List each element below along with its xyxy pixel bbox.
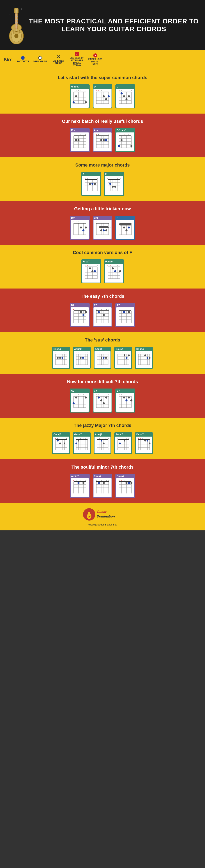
svg-point-490 <box>119 442 121 444</box>
chords-row-trickier: Dm x x o <box>4 216 201 240</box>
svg-text:o: o <box>66 438 67 439</box>
svg-text:o: o <box>121 308 122 310</box>
svg-point-151 <box>109 183 111 185</box>
open-string-icon <box>38 56 42 60</box>
svg-text:x: x <box>76 352 77 353</box>
svg-point-253 <box>85 311 87 313</box>
chords-row-easy-7th: D7 x x o <box>4 303 201 327</box>
section-trickier-title: Getting a little trickier now <box>4 206 201 212</box>
section-super-common: Let's start with the super common chords… <box>0 70 205 114</box>
svg-text:x: x <box>98 90 99 92</box>
svg-text:o: o <box>86 133 87 135</box>
chord-name-dmaj7: Dmaj7 <box>136 433 152 436</box>
chord-name-cmaj7: Cmaj7 <box>53 433 69 436</box>
chord-name-asus4: Asus4 <box>95 348 110 350</box>
svg-point-441 <box>64 442 65 444</box>
section-really-useful-title: Our next batch of really useful chords <box>4 119 201 124</box>
chord-name-am: Am <box>94 129 111 132</box>
section-really-useful: Our next batch of really useful chords E… <box>0 114 205 157</box>
svg-text:o: o <box>80 479 81 481</box>
svg-point-559 <box>130 482 132 484</box>
svg-text:o: o <box>108 133 109 135</box>
chord-name-a7: A7 <box>116 304 134 307</box>
svg-point-9 <box>14 34 19 38</box>
svg-point-31 <box>73 101 75 103</box>
svg-text:o: o <box>108 308 109 310</box>
chord-name-dsus4: Dsus4 <box>136 348 152 350</box>
chords-row-sus: Esus4 o o o <box>4 347 201 369</box>
svg-text:x: x <box>96 394 97 396</box>
svg-point-353 <box>124 354 125 356</box>
svg-text:x: x <box>85 177 86 179</box>
svg-text:x: x <box>138 438 139 439</box>
svg-point-337 <box>103 357 105 359</box>
svg-point-235 <box>114 270 116 272</box>
chords-row-jazzy: Cmaj7 x o o <box>4 432 201 454</box>
chord-grid-asus2: x o o o <box>74 351 90 368</box>
chord-name-bm: Bm <box>94 216 111 219</box>
svg-point-32 <box>75 95 77 97</box>
chord-grid-am: x o o <box>94 132 111 151</box>
section-difficult-7th: Now for more difficult 7th chords G7 <box>0 374 205 418</box>
svg-text:o: o <box>80 133 81 135</box>
svg-point-234 <box>112 267 114 270</box>
svg-point-525 <box>82 482 84 484</box>
section-super-common-title: Let's start with the super common chords <box>4 75 201 80</box>
svg-text:o: o <box>96 479 97 481</box>
chord-card-emaj7: Emaj7 o o o <box>114 432 132 454</box>
svg-text:x: x <box>110 265 111 267</box>
key-use-back: ⌐ USE BACK OF 1ST FINGER TO KILL STRING <box>70 52 84 67</box>
chord-grid-emaj7: o o o <box>115 437 131 454</box>
svg-text:o: o <box>98 394 99 396</box>
svg-point-407 <box>105 397 107 399</box>
svg-rect-183 <box>99 226 109 228</box>
svg-point-542 <box>103 482 105 484</box>
chord-name-g-folk: G"folk" <box>71 85 89 88</box>
key-unplayed-string: ✕ UNPLAYED STRING <box>51 54 66 65</box>
chord-name-f: F <box>116 216 134 219</box>
chord-grid-dmin7: x x o <box>116 478 134 497</box>
footer-url: www.guitardomination.net <box>82 523 123 526</box>
svg-text:x: x <box>140 438 141 439</box>
chord-name-dsus2: Dsus2 <box>115 348 131 350</box>
svg-point-404 <box>98 397 100 399</box>
svg-point-336 <box>101 357 102 359</box>
svg-point-170 <box>85 226 87 228</box>
chord-grid-amin7: x o o o <box>71 478 89 497</box>
chords-row-super-common: G"folk" o <box>4 84 201 108</box>
chord-card-e7: E7 o o o o <box>93 303 112 327</box>
svg-point-389 <box>85 397 87 399</box>
chord-name-c7: C7 <box>94 389 111 392</box>
fret-note-icon: ● <box>93 53 97 58</box>
chord-name-e: E <box>105 173 123 176</box>
svg-point-168 <box>80 226 82 228</box>
chord-card-a: A x o o <box>81 172 101 196</box>
svg-text:o: o <box>85 352 86 353</box>
svg-point-66 <box>123 95 125 97</box>
section-sus-chords: The 'sus' chords Esus4 o <box>0 332 205 374</box>
chord-grid-c: x o o <box>116 89 134 107</box>
chord-name-gmaj7: Gmaj7 <box>74 433 90 436</box>
svg-point-217 <box>89 267 91 270</box>
svg-text:o: o <box>82 438 83 439</box>
chord-name-fadd9: Fadd9 <box>105 260 123 263</box>
footer-logo: Guitar Domination www.guitardomination.n… <box>82 507 123 526</box>
chord-grid-emin7: o o o o <box>94 478 111 497</box>
svg-point-117 <box>118 145 120 147</box>
chord-card-fmaj7: Fmaj7 x x o <box>81 259 101 283</box>
svg-text:x: x <box>87 265 88 267</box>
svg-point-565 <box>89 516 90 517</box>
svg-point-491 <box>124 440 125 441</box>
svg-text:o: o <box>106 479 107 481</box>
svg-text:o: o <box>117 438 118 439</box>
section-jazzy-major7-title: The jazzy Major 7th chords <box>4 423 201 428</box>
svg-text:x: x <box>55 438 56 439</box>
svg-text:x: x <box>117 352 118 353</box>
chord-card-dsus2: Dsus2 x x o <box>114 347 132 369</box>
svg-point-338 <box>105 357 107 359</box>
svg-text:x: x <box>96 133 97 135</box>
svg-text:o: o <box>106 438 106 439</box>
section-jazzy-major7: The jazzy Major 7th chords Cmaj7 <box>0 418 205 459</box>
chord-grid-c7: x o o <box>94 393 111 412</box>
section-major-title: Some more major chords <box>4 162 201 168</box>
